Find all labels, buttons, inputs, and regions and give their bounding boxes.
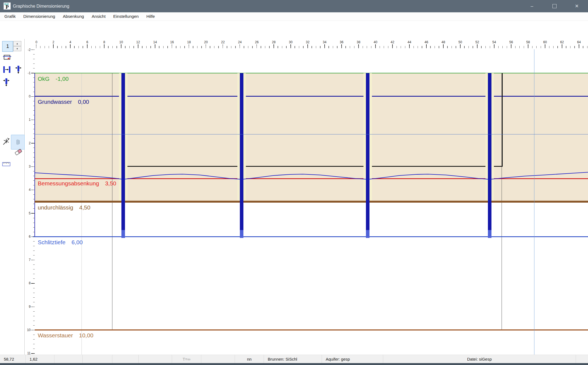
level-name: undurchlässig (38, 204, 73, 211)
well-tip (366, 230, 369, 238)
hruler-label: 30 (289, 40, 292, 44)
spin-up-button[interactable]: ▲ (13, 41, 21, 46)
hruler-label: 46 (424, 40, 428, 44)
level-label: Schlitztiefe6,00 (38, 239, 83, 246)
menu-item[interactable]: Hilfe (146, 14, 155, 19)
status-cell (54, 355, 83, 363)
schlitztiefe-line (33, 236, 588, 237)
guide-line (81, 73, 82, 355)
hruler-label: 4 (69, 40, 71, 44)
hruler-label: 54 (492, 40, 496, 44)
vruler-label: 10 (25, 328, 31, 332)
hruler-label: 34 (323, 40, 326, 44)
status-cursor-y: 1,62 (26, 355, 54, 363)
hruler-label: 6 (86, 40, 88, 44)
hruler-label: 22 (221, 40, 225, 44)
well-filter-strip (491, 73, 494, 201)
menu-item[interactable]: Einstellungen (113, 14, 139, 19)
well[interactable] (119, 39, 128, 355)
level-name: Schlitztiefe (38, 239, 66, 245)
bemessungsabsenkung-line (35, 178, 588, 179)
level-label: Wasserstauer10,00 (38, 332, 93, 339)
hruler-label: 8 (103, 40, 105, 44)
undurchlaessig-line (35, 201, 588, 203)
level-value: -1,00 (56, 76, 69, 82)
hruler-label: 36 (340, 40, 343, 44)
well-tip (488, 230, 491, 238)
snap-crosshair-button[interactable] (2, 136, 11, 147)
minimize-button[interactable]: – (523, 0, 540, 12)
drawing-area[interactable]: 0246810121416182022242628303234363840424… (25, 39, 588, 355)
menu-item[interactable]: Absenkung (63, 14, 84, 19)
level-name: Grundwasser (38, 99, 72, 105)
hruler-label: 12 (136, 40, 140, 44)
level-value: 4,50 (79, 204, 91, 211)
title-bar: P Graphische Dimensionierung – ✕ (0, 0, 588, 12)
excavation-outline (120, 73, 503, 167)
hruler-label: 28 (272, 40, 275, 44)
level-label: undurchlässig4,50 (38, 204, 90, 211)
well[interactable] (363, 39, 372, 355)
hruler-label: 26 (255, 40, 258, 44)
vruler-label: 0 (25, 94, 31, 98)
vruler-label: -2 (25, 48, 31, 52)
crosshair-horizontal-line (35, 134, 588, 134)
hruler-minor-ticks (36, 46, 587, 48)
hruler-label: 48 (441, 40, 445, 44)
level-name: Bemessungsabsenkung (38, 180, 99, 186)
hruler-label: 58 (526, 40, 530, 44)
eraser-button[interactable] (14, 147, 23, 157)
menu-item[interactable]: Dimensionierung (23, 14, 55, 19)
well-spacing-icon (2, 65, 11, 74)
app-icon: P (4, 2, 11, 10)
maximize-button[interactable] (546, 0, 563, 12)
hruler-label: 10 (119, 40, 123, 44)
well-bar (366, 73, 369, 230)
level-value: 10,00 (79, 332, 94, 338)
well-spacing-button[interactable] (2, 65, 11, 74)
add-well-button[interactable] (3, 53, 11, 62)
status-cell (576, 355, 588, 363)
vruler-label: 1 (25, 118, 31, 122)
hruler-label: 0 (36, 40, 37, 44)
hruler-label: 44 (407, 40, 411, 44)
eraser-icon (14, 148, 23, 156)
move-all-wells-icon (2, 78, 11, 87)
well-filter-strip (119, 73, 121, 201)
menu-item[interactable]: Grafik (4, 14, 16, 19)
move-all-wells-button[interactable] (2, 77, 11, 87)
hruler-label: 38 (357, 40, 360, 44)
close-button[interactable]: ✕ (568, 0, 585, 12)
hruler-label: 14 (153, 40, 157, 44)
level-value: 6,00 (72, 239, 83, 245)
level-label: Grundwasser0,00 (38, 99, 89, 105)
level-value: 0,00 (78, 99, 89, 105)
well[interactable] (485, 39, 494, 355)
well-tip (121, 230, 125, 238)
vruler-label: 11 (25, 351, 31, 355)
measure-ruler-button[interactable] (2, 160, 11, 168)
hruler-label: 24 (238, 40, 241, 44)
add-well-icon (3, 53, 11, 62)
snap-crosshair-icon (2, 137, 11, 146)
status-cell (201, 355, 235, 363)
spin-down-button[interactable]: ▼ (13, 46, 21, 51)
level-value: 3,50 (105, 180, 116, 186)
menu-item[interactable]: Ansicht (92, 14, 106, 19)
status-cursor-x: 58,72 (0, 355, 26, 363)
hruler-label: 64 (577, 40, 581, 44)
well[interactable] (237, 39, 246, 355)
move-well-button[interactable] (14, 65, 23, 74)
vruler-minor-ticks (33, 50, 35, 354)
hruler-label: 2 (53, 40, 54, 44)
move-well-icon (14, 65, 23, 74)
hruler-label: 18 (187, 40, 191, 44)
hruler-label: 32 (306, 40, 309, 44)
status-time: T=∞ (172, 355, 201, 363)
well-count-input[interactable]: 1 (2, 41, 13, 52)
hruler-label: 62 (560, 40, 564, 44)
app-window: P Graphische Dimensionierung – ✕ GrafikD… (0, 0, 588, 365)
well-tip (240, 230, 243, 238)
level-label: OkG-1,00 (38, 76, 69, 82)
vruler-label: 6 (25, 235, 31, 238)
